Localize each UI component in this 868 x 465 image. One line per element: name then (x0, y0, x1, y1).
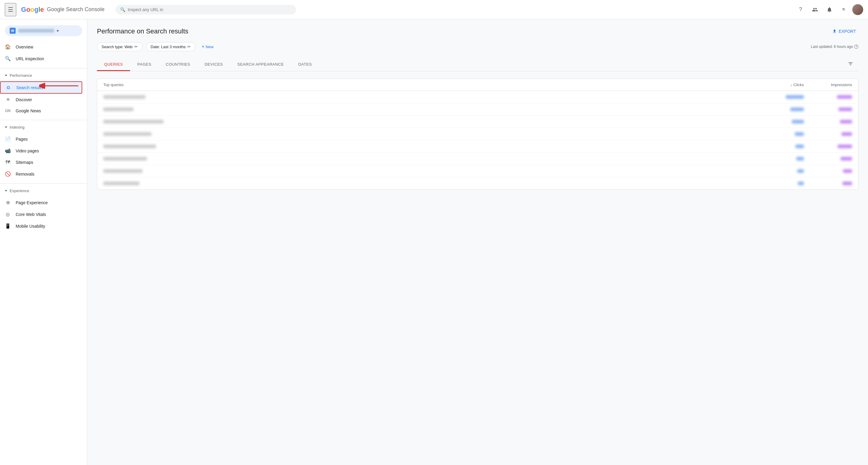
sidebar-item-mobile-usability-label: Mobile Usability (16, 224, 45, 228)
apps-icon-button[interactable] (838, 4, 850, 16)
table-row[interactable] (97, 103, 858, 116)
header-actions: ? (795, 4, 863, 16)
table-row[interactable] (97, 177, 858, 189)
query-blurred (103, 182, 140, 185)
sidebar-section-indexing[interactable]: Indexing (0, 123, 87, 132)
nav-divider-3 (0, 183, 87, 184)
sidebar-section-performance[interactable]: Performance (0, 71, 87, 80)
pages-icon: 📄 (5, 136, 11, 142)
url-search-bar[interactable]: 🔍 (115, 5, 296, 14)
property-name-blurred (18, 29, 54, 33)
search-type-filter[interactable]: Search type: Web ✏ (97, 42, 143, 51)
impressions-value-blurred (843, 169, 852, 173)
app-layout: W ▾ 🏠 Overview 🔍 URL inspection Performa… (0, 19, 868, 465)
table-row[interactable] (97, 165, 858, 177)
page-title: Performance on Search results (97, 27, 188, 35)
sidebar-item-page-experience[interactable]: ⊕ Page Experience (0, 197, 82, 208)
query-blurred (103, 107, 133, 111)
logo-area: Google Google Search Console (21, 6, 104, 13)
nav-section-experience: ⊕ Page Experience ◎ Core Web Vitals 📱 Mo… (0, 195, 87, 233)
tab-queries[interactable]: QUERIES (97, 58, 130, 71)
domain-icon: W (10, 28, 16, 34)
date-filter[interactable]: Date: Last 3 months ✏ (146, 42, 195, 51)
search-type-label: Search type: Web (101, 44, 132, 49)
last-updated: Last updated: 6 hours ago ? (811, 44, 858, 49)
col-header-impressions[interactable]: Impressions (804, 83, 852, 87)
impressions-cell (804, 132, 852, 136)
query-cell (103, 120, 756, 123)
clicks-value-blurred (796, 145, 804, 148)
sidebar: W ▾ 🏠 Overview 🔍 URL inspection Performa… (0, 19, 87, 465)
impressions-value-blurred (840, 120, 852, 123)
url-search-input[interactable] (128, 7, 291, 12)
table-filter-icon[interactable] (843, 58, 858, 71)
impressions-cell (804, 182, 852, 185)
query-cell (103, 157, 756, 160)
sidebar-item-core-web-vitals[interactable]: ◎ Core Web Vitals (0, 208, 82, 220)
table-row[interactable] (97, 141, 858, 153)
google-g-icon: G (5, 85, 11, 90)
table-row[interactable] (97, 153, 858, 165)
impressions-cell (804, 95, 852, 99)
nav-section-indexing: 📄 Pages 📹 Video pages 🗺 Sitemaps 🚫 Remov… (0, 132, 87, 181)
filter-row: Search type: Web ✏ Date: Last 3 months ✏… (97, 42, 858, 51)
tab-countries[interactable]: COUNTRIES (158, 58, 197, 71)
sort-down-icon: ↓ (790, 83, 793, 87)
nav-section-main: 🏠 Overview 🔍 URL inspection (0, 40, 87, 66)
tab-pages[interactable]: PAGES (130, 58, 158, 71)
sidebar-item-overview[interactable]: 🏠 Overview (0, 41, 82, 53)
sidebar-section-experience[interactable]: Experience (0, 186, 87, 195)
sidebar-item-google-news[interactable]: GN Google News (0, 105, 82, 116)
sidebar-item-overview-label: Overview (16, 44, 33, 50)
table-body (97, 91, 858, 189)
impressions-value-blurred (841, 157, 852, 160)
sidebar-item-mobile-usability[interactable]: 📱 Mobile Usability (0, 220, 82, 232)
sidebar-section-indexing-label: Indexing (10, 125, 24, 129)
sidebar-item-discover[interactable]: ✳ Discover (0, 94, 82, 105)
sitemaps-icon: 🗺 (5, 160, 11, 165)
core-web-vitals-icon: ◎ (5, 211, 11, 217)
removals-icon: 🚫 (5, 171, 11, 177)
sidebar-item-video-pages[interactable]: 📹 Video pages (0, 145, 82, 157)
property-selector[interactable]: W ▾ (5, 25, 82, 36)
mobile-usability-icon: 📱 (5, 223, 11, 229)
sidebar-item-google-news-label: Google News (16, 108, 41, 113)
sidebar-item-search-results-label: Search results (16, 85, 43, 90)
clicks-value-blurred (792, 120, 804, 123)
impressions-cell (804, 157, 852, 160)
people-icon-button[interactable] (809, 4, 821, 16)
impressions-value-blurred (837, 95, 852, 99)
clicks-value-blurred (796, 157, 804, 160)
tab-search-appearance[interactable]: SEARCH APPEARANCE (230, 58, 291, 71)
query-blurred (103, 145, 156, 148)
sidebar-item-search-results[interactable]: G Search results (0, 81, 82, 94)
table-row[interactable] (97, 91, 858, 103)
sidebar-item-pages[interactable]: 📄 Pages (0, 133, 82, 145)
new-filter-button[interactable]: + New (199, 42, 216, 51)
notifications-icon-button[interactable] (824, 4, 835, 16)
menu-button[interactable]: ☰ (5, 3, 16, 16)
help-icon-button[interactable]: ? (795, 4, 807, 16)
export-button[interactable]: EXPORT (830, 27, 858, 36)
query-cell (103, 145, 756, 148)
home-icon: 🏠 (5, 44, 11, 50)
clicks-cell (756, 169, 804, 173)
sidebar-item-url-inspection-label: URL inspection (16, 56, 44, 61)
sidebar-item-url-inspection[interactable]: 🔍 URL inspection (0, 53, 82, 64)
sidebar-item-removals[interactable]: 🚫 Removals (0, 168, 82, 180)
clicks-cell (756, 182, 804, 185)
page-experience-icon: ⊕ (5, 200, 11, 206)
tab-devices[interactable]: DEVICES (197, 58, 230, 71)
discover-icon: ✳ (5, 97, 11, 102)
clicks-cell (756, 107, 804, 111)
impressions-cell (804, 145, 852, 148)
tab-dates[interactable]: DATES (291, 58, 319, 71)
property-chevron-icon: ▾ (57, 28, 59, 33)
table-row[interactable] (97, 128, 858, 141)
query-blurred (103, 157, 147, 160)
col-header-clicks[interactable]: ↓ Clicks (756, 83, 804, 87)
table-row[interactable] (97, 116, 858, 128)
impressions-value-blurred (841, 132, 852, 136)
avatar[interactable] (852, 4, 863, 15)
sidebar-item-sitemaps[interactable]: 🗺 Sitemaps (0, 157, 82, 168)
